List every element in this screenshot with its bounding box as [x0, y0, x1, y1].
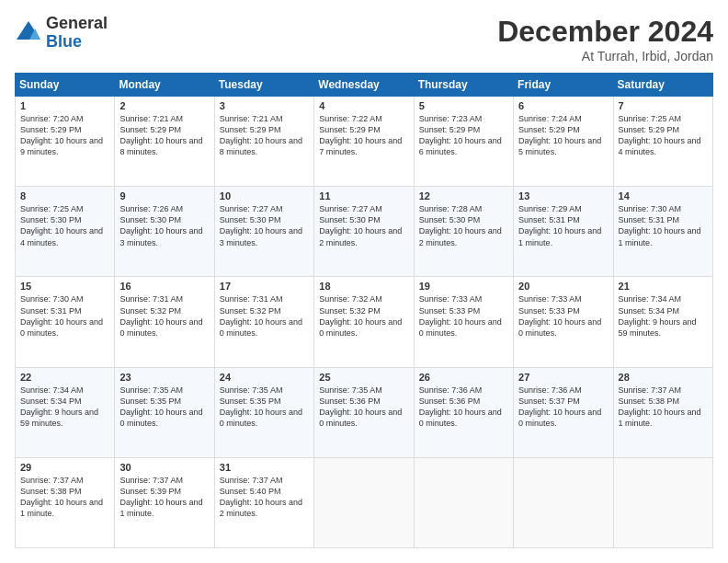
day-number: 22 [20, 372, 109, 383]
calendar-week-row: 8Sunrise: 7:25 AMSunset: 5:30 PMDaylight… [16, 187, 713, 277]
table-row: 16Sunrise: 7:31 AMSunset: 5:32 PMDayligh… [115, 277, 214, 367]
table-row: 19Sunrise: 7:33 AMSunset: 5:33 PMDayligh… [414, 277, 513, 367]
header-sunday: Sunday [16, 74, 115, 97]
cell-info: Sunrise: 7:33 AMSunset: 5:33 PMDaylight:… [518, 294, 601, 337]
cell-info: Sunrise: 7:36 AMSunset: 5:37 PMDaylight:… [518, 385, 601, 428]
day-number: 3 [220, 100, 309, 111]
day-number: 18 [319, 281, 408, 292]
calendar-header-row: Sunday Monday Tuesday Wednesday Thursday… [16, 74, 713, 97]
table-row: 30Sunrise: 7:37 AMSunset: 5:39 PMDayligh… [115, 457, 214, 547]
calendar-week-row: 1Sunrise: 7:20 AMSunset: 5:29 PMDaylight… [16, 97, 713, 187]
cell-info: Sunrise: 7:22 AMSunset: 5:29 PMDaylight:… [319, 114, 402, 156]
day-number: 5 [419, 100, 508, 111]
logo-icon [15, 19, 42, 47]
day-number: 8 [20, 190, 109, 201]
table-row [414, 457, 513, 547]
table-row: 18Sunrise: 7:32 AMSunset: 5:32 PMDayligh… [314, 277, 414, 367]
cell-info: Sunrise: 7:21 AMSunset: 5:29 PMDaylight:… [119, 114, 202, 156]
table-row: 22Sunrise: 7:34 AMSunset: 5:34 PMDayligh… [16, 367, 115, 457]
cell-info: Sunrise: 7:27 AMSunset: 5:30 PMDaylight:… [220, 204, 302, 247]
table-row: 14Sunrise: 7:30 AMSunset: 5:31 PMDayligh… [613, 187, 712, 277]
day-number: 31 [220, 462, 309, 473]
logo-general: General [46, 15, 108, 33]
day-number: 2 [119, 100, 209, 111]
table-row: 21Sunrise: 7:34 AMSunset: 5:34 PMDayligh… [613, 277, 712, 367]
day-number: 14 [619, 190, 708, 201]
cell-info: Sunrise: 7:25 AMSunset: 5:30 PMDaylight:… [20, 204, 103, 247]
day-number: 15 [20, 281, 109, 292]
cell-info: Sunrise: 7:31 AMSunset: 5:32 PMDaylight:… [220, 294, 302, 337]
table-row: 12Sunrise: 7:28 AMSunset: 5:30 PMDayligh… [414, 187, 513, 277]
logo: General Blue [15, 15, 108, 52]
day-number: 21 [619, 281, 708, 292]
table-row: 10Sunrise: 7:27 AMSunset: 5:30 PMDayligh… [214, 187, 313, 277]
day-number: 11 [319, 190, 408, 201]
calendar-week-row: 15Sunrise: 7:30 AMSunset: 5:31 PMDayligh… [16, 277, 713, 367]
header-friday: Friday [514, 74, 613, 97]
logo-blue: Blue [46, 33, 108, 52]
logo-text: General Blue [46, 15, 108, 52]
table-row: 6Sunrise: 7:24 AMSunset: 5:29 PMDaylight… [514, 97, 613, 187]
cell-info: Sunrise: 7:32 AMSunset: 5:32 PMDaylight:… [319, 294, 402, 337]
cell-info: Sunrise: 7:37 AMSunset: 5:38 PMDaylight:… [619, 385, 701, 428]
table-row: 9Sunrise: 7:26 AMSunset: 5:30 PMDaylight… [115, 187, 214, 277]
cell-info: Sunrise: 7:24 AMSunset: 5:29 PMDaylight:… [518, 114, 601, 156]
title-area: December 2024 At Turrah, Irbid, Jordan [497, 15, 713, 63]
table-row: 26Sunrise: 7:36 AMSunset: 5:36 PMDayligh… [414, 367, 513, 457]
table-row: 25Sunrise: 7:35 AMSunset: 5:36 PMDayligh… [314, 367, 414, 457]
header-tuesday: Tuesday [214, 74, 313, 97]
cell-info: Sunrise: 7:28 AMSunset: 5:30 PMDaylight:… [419, 204, 502, 247]
calendar: Sunday Monday Tuesday Wednesday Thursday… [15, 73, 713, 548]
day-number: 26 [419, 372, 508, 383]
day-number: 29 [20, 462, 109, 473]
day-number: 30 [119, 462, 209, 473]
header-monday: Monday [115, 74, 214, 97]
header-thursday: Thursday [414, 74, 513, 97]
table-row: 17Sunrise: 7:31 AMSunset: 5:32 PMDayligh… [214, 277, 313, 367]
day-number: 6 [518, 100, 608, 111]
table-row: 27Sunrise: 7:36 AMSunset: 5:37 PMDayligh… [514, 367, 613, 457]
cell-info: Sunrise: 7:27 AMSunset: 5:30 PMDaylight:… [319, 204, 402, 247]
day-number: 13 [518, 190, 608, 201]
table-row: 29Sunrise: 7:37 AMSunset: 5:38 PMDayligh… [16, 457, 115, 547]
day-number: 24 [220, 372, 309, 383]
day-number: 17 [220, 281, 309, 292]
cell-info: Sunrise: 7:23 AMSunset: 5:29 PMDaylight:… [419, 114, 502, 156]
table-row: 13Sunrise: 7:29 AMSunset: 5:31 PMDayligh… [514, 187, 613, 277]
table-row: 15Sunrise: 7:30 AMSunset: 5:31 PMDayligh… [16, 277, 115, 367]
day-number: 20 [518, 281, 608, 292]
day-number: 1 [20, 100, 109, 111]
location: At Turrah, Irbid, Jordan [497, 49, 713, 63]
day-number: 16 [119, 281, 209, 292]
cell-info: Sunrise: 7:35 AMSunset: 5:36 PMDaylight:… [319, 385, 402, 428]
cell-info: Sunrise: 7:34 AMSunset: 5:34 PMDaylight:… [619, 294, 697, 337]
cell-info: Sunrise: 7:30 AMSunset: 5:31 PMDaylight:… [619, 204, 701, 247]
cell-info: Sunrise: 7:30 AMSunset: 5:31 PMDaylight:… [20, 294, 103, 337]
day-number: 10 [220, 190, 309, 201]
cell-info: Sunrise: 7:33 AMSunset: 5:33 PMDaylight:… [419, 294, 502, 337]
cell-info: Sunrise: 7:36 AMSunset: 5:36 PMDaylight:… [419, 385, 502, 428]
table-row: 1Sunrise: 7:20 AMSunset: 5:29 PMDaylight… [16, 97, 115, 187]
cell-info: Sunrise: 7:37 AMSunset: 5:39 PMDaylight:… [119, 476, 202, 518]
day-number: 28 [619, 372, 708, 383]
table-row: 31Sunrise: 7:37 AMSunset: 5:40 PMDayligh… [214, 457, 313, 547]
cell-info: Sunrise: 7:35 AMSunset: 5:35 PMDaylight:… [119, 385, 202, 428]
day-number: 4 [319, 100, 408, 111]
page: General Blue December 2024 At Turrah, Ir… [0, 0, 728, 563]
cell-info: Sunrise: 7:25 AMSunset: 5:29 PMDaylight:… [619, 114, 701, 156]
table-row: 7Sunrise: 7:25 AMSunset: 5:29 PMDaylight… [613, 97, 712, 187]
table-row: 11Sunrise: 7:27 AMSunset: 5:30 PMDayligh… [314, 187, 414, 277]
table-row: 8Sunrise: 7:25 AMSunset: 5:30 PMDaylight… [16, 187, 115, 277]
month-title: December 2024 [497, 15, 713, 49]
calendar-week-row: 29Sunrise: 7:37 AMSunset: 5:38 PMDayligh… [16, 457, 713, 547]
table-row: 24Sunrise: 7:35 AMSunset: 5:35 PMDayligh… [214, 367, 313, 457]
cell-info: Sunrise: 7:21 AMSunset: 5:29 PMDaylight:… [220, 114, 302, 156]
cell-info: Sunrise: 7:37 AMSunset: 5:40 PMDaylight:… [220, 476, 302, 518]
header: General Blue December 2024 At Turrah, Ir… [15, 15, 713, 63]
table-row: 28Sunrise: 7:37 AMSunset: 5:38 PMDayligh… [613, 367, 712, 457]
cell-info: Sunrise: 7:37 AMSunset: 5:38 PMDaylight:… [20, 476, 103, 518]
table-row: 3Sunrise: 7:21 AMSunset: 5:29 PMDaylight… [214, 97, 313, 187]
table-row [514, 457, 613, 547]
calendar-week-row: 22Sunrise: 7:34 AMSunset: 5:34 PMDayligh… [16, 367, 713, 457]
table-row: 23Sunrise: 7:35 AMSunset: 5:35 PMDayligh… [115, 367, 214, 457]
